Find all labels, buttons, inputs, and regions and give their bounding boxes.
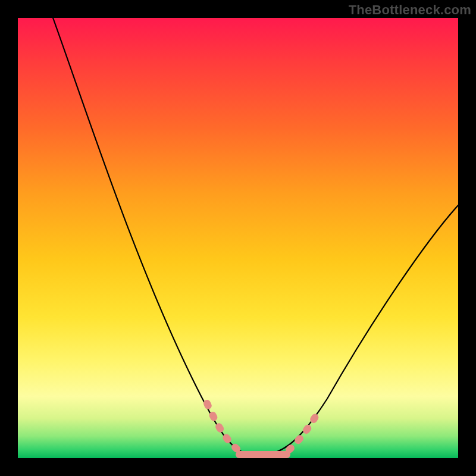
- curve-line: [53, 18, 458, 456]
- bottleneck-curve: [18, 18, 458, 458]
- chart-frame: TheBottleneck.com: [0, 0, 476, 476]
- right-marker-cluster: [289, 412, 318, 450]
- plot-area: [18, 18, 458, 458]
- left-marker-cluster: [207, 403, 238, 450]
- watermark-text: TheBottleneck.com: [349, 2, 471, 18]
